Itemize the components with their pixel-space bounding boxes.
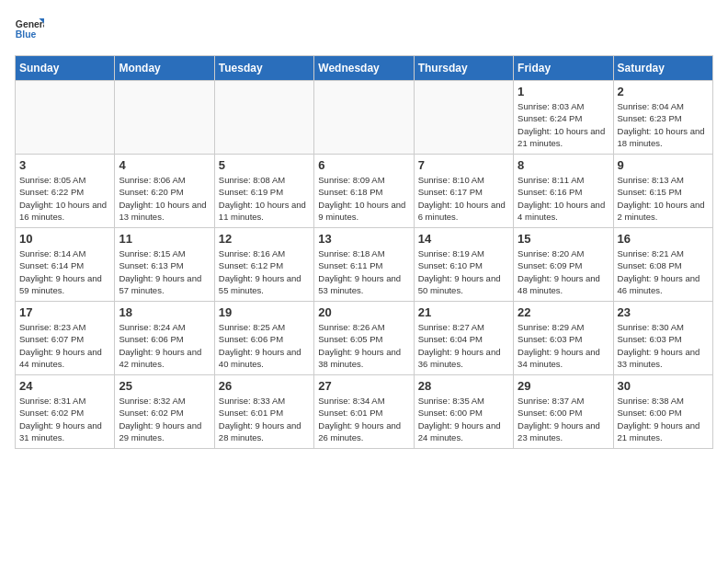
day-number: 17 (19, 305, 110, 319)
day-number: 9 (618, 158, 709, 172)
calendar-cell: 20Sunrise: 8:26 AM Sunset: 6:05 PM Dayli… (314, 302, 414, 375)
calendar-cell: 10Sunrise: 8:14 AM Sunset: 6:14 PM Dayli… (16, 228, 115, 302)
svg-text:General: General (16, 19, 44, 29)
day-number: 2 (618, 85, 709, 98)
calendar-cell: 16Sunrise: 8:21 AM Sunset: 6:08 PM Dayli… (613, 228, 712, 302)
day-info: Sunrise: 8:29 AM Sunset: 6:03 PM Dayligh… (518, 321, 609, 370)
day-number: 24 (19, 379, 110, 393)
svg-text:Blue: Blue (16, 29, 37, 40)
day-number: 22 (518, 305, 609, 319)
calendar-cell: 23Sunrise: 8:30 AM Sunset: 6:03 PM Dayli… (613, 302, 712, 375)
day-info: Sunrise: 8:10 AM Sunset: 6:17 PM Dayligh… (418, 174, 509, 223)
day-info: Sunrise: 8:33 AM Sunset: 6:01 PM Dayligh… (219, 395, 310, 443)
day-info: Sunrise: 8:31 AM Sunset: 6:02 PM Dayligh… (19, 395, 110, 443)
day-number: 10 (19, 232, 110, 246)
calendar-cell: 8Sunrise: 8:11 AM Sunset: 6:16 PM Daylig… (514, 155, 613, 228)
day-info: Sunrise: 8:06 AM Sunset: 6:20 PM Dayligh… (119, 174, 210, 223)
weekday-header: Friday (514, 56, 613, 81)
calendar-week-row: 3Sunrise: 8:05 AM Sunset: 6:22 PM Daylig… (16, 155, 713, 228)
day-number: 6 (318, 158, 409, 172)
day-info: Sunrise: 8:04 AM Sunset: 6:23 PM Dayligh… (618, 100, 709, 149)
day-info: Sunrise: 8:34 AM Sunset: 6:01 PM Dayligh… (318, 395, 409, 443)
calendar-cell: 6Sunrise: 8:09 AM Sunset: 6:18 PM Daylig… (314, 155, 414, 228)
calendar-cell (16, 81, 115, 155)
calendar-cell (115, 81, 214, 155)
day-number: 16 (618, 232, 709, 246)
calendar-cell: 30Sunrise: 8:38 AM Sunset: 6:00 PM Dayli… (613, 375, 712, 449)
calendar-cell: 13Sunrise: 8:18 AM Sunset: 6:11 PM Dayli… (314, 228, 414, 302)
day-number: 20 (318, 305, 409, 319)
day-info: Sunrise: 8:27 AM Sunset: 6:04 PM Dayligh… (418, 321, 509, 370)
header-row: SundayMondayTuesdayWednesdayThursdayFrid… (16, 56, 713, 81)
calendar-cell (314, 81, 414, 155)
calendar-cell: 11Sunrise: 8:15 AM Sunset: 6:13 PM Dayli… (115, 228, 214, 302)
day-number: 29 (518, 379, 609, 393)
weekday-header: Monday (115, 56, 214, 81)
day-number: 27 (318, 379, 409, 393)
calendar-week-row: 10Sunrise: 8:14 AM Sunset: 6:14 PM Dayli… (16, 228, 713, 302)
calendar-cell: 5Sunrise: 8:08 AM Sunset: 6:19 PM Daylig… (214, 155, 313, 228)
calendar-cell: 24Sunrise: 8:31 AM Sunset: 6:02 PM Dayli… (16, 375, 115, 449)
calendar-cell: 26Sunrise: 8:33 AM Sunset: 6:01 PM Dayli… (214, 375, 313, 449)
calendar-cell: 25Sunrise: 8:32 AM Sunset: 6:02 PM Dayli… (115, 375, 214, 449)
day-number: 25 (119, 379, 210, 393)
day-number: 7 (418, 158, 509, 172)
calendar-table: SundayMondayTuesdayWednesdayThursdayFrid… (15, 55, 713, 449)
calendar-cell: 7Sunrise: 8:10 AM Sunset: 6:17 PM Daylig… (414, 155, 513, 228)
calendar-cell: 19Sunrise: 8:25 AM Sunset: 6:06 PM Dayli… (214, 302, 313, 375)
day-number: 12 (219, 232, 310, 246)
day-number: 30 (618, 379, 709, 393)
day-number: 15 (518, 232, 609, 246)
calendar-cell: 22Sunrise: 8:29 AM Sunset: 6:03 PM Dayli… (514, 302, 613, 375)
day-number: 3 (19, 158, 110, 172)
day-info: Sunrise: 8:09 AM Sunset: 6:18 PM Dayligh… (318, 174, 409, 223)
calendar-cell (414, 81, 513, 155)
day-number: 1 (518, 85, 609, 98)
day-info: Sunrise: 8:05 AM Sunset: 6:22 PM Dayligh… (19, 174, 110, 223)
weekday-header: Wednesday (314, 56, 414, 81)
weekday-header: Sunday (16, 56, 115, 81)
calendar-cell: 17Sunrise: 8:23 AM Sunset: 6:07 PM Dayli… (16, 302, 115, 375)
calendar-cell: 18Sunrise: 8:24 AM Sunset: 6:06 PM Dayli… (115, 302, 214, 375)
day-number: 18 (119, 305, 210, 319)
calendar-cell: 12Sunrise: 8:16 AM Sunset: 6:12 PM Dayli… (214, 228, 313, 302)
day-number: 21 (418, 305, 509, 319)
calendar-cell: 1Sunrise: 8:03 AM Sunset: 6:24 PM Daylig… (514, 81, 613, 155)
day-info: Sunrise: 8:13 AM Sunset: 6:15 PM Dayligh… (618, 174, 709, 223)
day-info: Sunrise: 8:37 AM Sunset: 6:00 PM Dayligh… (518, 395, 609, 443)
day-info: Sunrise: 8:21 AM Sunset: 6:08 PM Dayligh… (618, 247, 709, 296)
calendar-cell: 15Sunrise: 8:20 AM Sunset: 6:09 PM Dayli… (514, 228, 613, 302)
calendar-cell: 2Sunrise: 8:04 AM Sunset: 6:23 PM Daylig… (613, 81, 712, 155)
day-info: Sunrise: 8:24 AM Sunset: 6:06 PM Dayligh… (119, 321, 210, 370)
day-number: 26 (219, 379, 310, 393)
weekday-header: Thursday (414, 56, 513, 81)
calendar-week-row: 24Sunrise: 8:31 AM Sunset: 6:02 PM Dayli… (16, 375, 713, 449)
day-info: Sunrise: 8:20 AM Sunset: 6:09 PM Dayligh… (518, 247, 609, 296)
day-info: Sunrise: 8:35 AM Sunset: 6:00 PM Dayligh… (418, 395, 509, 443)
calendar-cell: 27Sunrise: 8:34 AM Sunset: 6:01 PM Dayli… (314, 375, 414, 449)
day-info: Sunrise: 8:15 AM Sunset: 6:13 PM Dayligh… (119, 247, 210, 296)
day-number: 5 (219, 158, 310, 172)
day-info: Sunrise: 8:08 AM Sunset: 6:19 PM Dayligh… (219, 174, 310, 223)
calendar-cell: 4Sunrise: 8:06 AM Sunset: 6:20 PM Daylig… (115, 155, 214, 228)
calendar-cell: 28Sunrise: 8:35 AM Sunset: 6:00 PM Dayli… (414, 375, 513, 449)
day-info: Sunrise: 8:25 AM Sunset: 6:06 PM Dayligh… (219, 321, 310, 370)
day-info: Sunrise: 8:30 AM Sunset: 6:03 PM Dayligh… (618, 321, 709, 370)
day-info: Sunrise: 8:14 AM Sunset: 6:14 PM Dayligh… (19, 247, 110, 296)
day-info: Sunrise: 8:26 AM Sunset: 6:05 PM Dayligh… (318, 321, 409, 370)
day-number: 23 (618, 305, 709, 319)
day-info: Sunrise: 8:11 AM Sunset: 6:16 PM Dayligh… (518, 174, 609, 223)
day-number: 11 (119, 232, 210, 246)
day-info: Sunrise: 8:16 AM Sunset: 6:12 PM Dayligh… (219, 247, 310, 296)
day-number: 13 (318, 232, 409, 246)
calendar-cell: 14Sunrise: 8:19 AM Sunset: 6:10 PM Dayli… (414, 228, 513, 302)
logo-icon: GeneralBlue (15, 15, 44, 44)
calendar-cell: 21Sunrise: 8:27 AM Sunset: 6:04 PM Dayli… (414, 302, 513, 375)
day-number: 28 (418, 379, 509, 393)
day-number: 19 (219, 305, 310, 319)
weekday-header: Saturday (613, 56, 712, 81)
calendar-cell: 29Sunrise: 8:37 AM Sunset: 6:00 PM Dayli… (514, 375, 613, 449)
calendar-cell: 9Sunrise: 8:13 AM Sunset: 6:15 PM Daylig… (613, 155, 712, 228)
calendar-cell: 3Sunrise: 8:05 AM Sunset: 6:22 PM Daylig… (16, 155, 115, 228)
calendar-week-row: 1Sunrise: 8:03 AM Sunset: 6:24 PM Daylig… (16, 81, 713, 155)
